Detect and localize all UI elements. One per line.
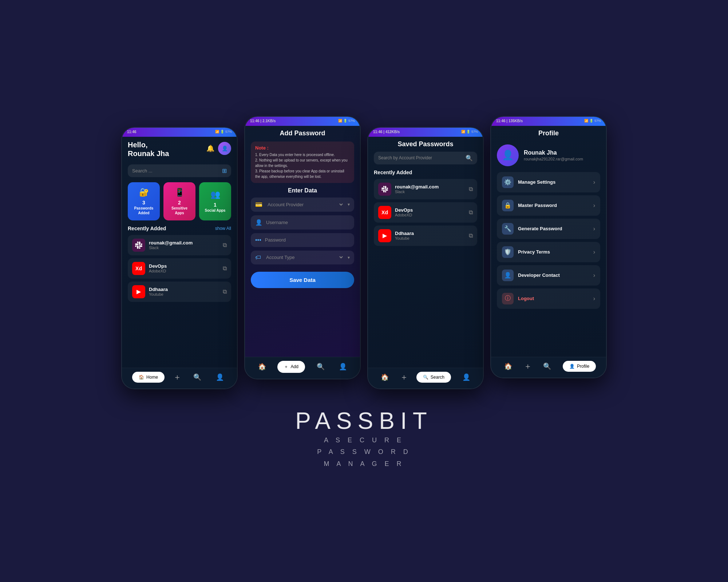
bell-icon[interactable]: 🔔	[206, 144, 214, 152]
username-input[interactable]	[266, 220, 350, 225]
shield-icon: 🛡️	[502, 246, 514, 258]
copy-slack-btn[interactable]: ⧉	[223, 242, 227, 248]
adobe-account: DevOps	[149, 263, 219, 269]
status-time-home: 11:46	[127, 130, 136, 134]
profile-nav-saved-btn[interactable]: 👤	[459, 372, 473, 383]
home-search-input[interactable]	[132, 168, 219, 174]
type-dropdown-arrow: ▾	[348, 255, 350, 260]
profile-name: Rounak Jha	[524, 150, 583, 156]
menu-developer-contact[interactable]: 👤 Developer Contact ›	[497, 265, 600, 286]
status-bar-profile: 11:46 | 135KB/s 📶🔋57%	[491, 117, 606, 126]
master-password-label: Master Password	[518, 203, 589, 208]
privacy-terms-label: Privacy Terms	[518, 249, 589, 255]
search-nav-add-btn[interactable]: 🔍	[314, 361, 328, 372]
privacy-arrow-icon: ›	[593, 249, 595, 255]
copy-youtube-btn[interactable]: ⧉	[223, 288, 227, 295]
password-item-adobe: Xd DevOps AdobeXD ⧉	[128, 258, 231, 279]
search-nav-saved-btn[interactable]: 🔍 Search	[416, 372, 451, 383]
search-nav-profile-btn[interactable]: 🔍	[540, 361, 554, 372]
youtube-logo: ▶	[132, 285, 145, 298]
status-bar-saved: 11:46 | 412KB/s 📶🔋57%	[368, 128, 483, 137]
show-all-link[interactable]: show All	[215, 226, 231, 231]
profile-nav-active-btn[interactable]: 👤 Profile	[563, 361, 596, 372]
enter-data-title: Enter Data	[245, 187, 360, 194]
master-pw-arrow-icon: ›	[593, 202, 595, 209]
copy-saved-youtube-btn[interactable]: ⧉	[469, 232, 473, 239]
menu-generate-password[interactable]: 🔧 Generate Password ›	[497, 219, 600, 239]
slack-info: rounak@gmail.com Slack	[149, 240, 219, 250]
saved-youtube-item: ▶ Ddhaara Youtube ⧉	[374, 226, 477, 246]
menu-manage-settings[interactable]: ⚙️ Manage Settings ›	[497, 172, 600, 192]
copy-saved-slack-btn[interactable]: ⧉	[469, 186, 473, 192]
copy-adobe-btn[interactable]: ⧉	[223, 265, 227, 272]
profile-title: Profile	[491, 126, 606, 141]
app-branding: PASSBIT A S E C U R E P A S S W O R D M …	[295, 407, 433, 470]
home-nav-btn[interactable]: 🏠 Home	[132, 372, 165, 383]
developer-arrow-icon: ›	[593, 272, 595, 279]
saved-adobe-item: Xd DevOps AdobeXD ⧉	[374, 202, 477, 223]
account-provider-select[interactable]: Account Provider	[266, 202, 344, 208]
logout-label: Logout	[518, 296, 589, 301]
adobe-logo: Xd	[132, 262, 145, 275]
generate-password-label: Generate Password	[518, 226, 589, 231]
home-greeting: Hello,Rounak Jha	[128, 140, 169, 158]
password-input[interactable]	[265, 237, 350, 243]
stat-social[interactable]: 👥 1 Social Apps	[199, 182, 231, 220]
stat-passwords[interactable]: 🔐 3 Passwords Added	[128, 182, 160, 220]
username-field: 👤	[251, 215, 354, 230]
saved-youtube-logo: ▶	[378, 229, 391, 242]
adobe-app: AdobeXD	[149, 269, 219, 273]
sensitive-icon: 📱	[175, 187, 185, 198]
search-icon: ⊞	[222, 167, 227, 174]
menu-master-password[interactable]: 🔒 Master Password ›	[497, 195, 600, 216]
stats-row: 🔐 3 Passwords Added 📱 2 Sensitive Apps 👥…	[122, 182, 237, 226]
saved-slack-info: rounak@gmail.com Slack	[395, 184, 465, 194]
passwords-icon: 🔐	[139, 187, 149, 198]
home-screen: 11:46 📶 🔋 57% Hello,Rounak Jha 🔔 👤	[122, 128, 237, 368]
provider-field: 💳 Account Provider ▾	[251, 198, 354, 212]
password-item-youtube: ▶ Ddhaara Youtube ⧉	[128, 282, 231, 302]
saved-slack-item: rounak@gmail.com Slack ⧉	[374, 179, 477, 199]
phones-container: 11:46 📶 🔋 57% Hello,Rounak Jha 🔔 👤	[121, 127, 607, 389]
menu-privacy-terms[interactable]: 🛡️ Privacy Terms ›	[497, 242, 600, 262]
add-nav-active-btn[interactable]: ＋ Add	[277, 361, 305, 373]
saved-youtube-account: Ddhaara	[395, 231, 465, 236]
password-field: •••	[251, 233, 354, 247]
status-icons-home: 📶 🔋 57%	[215, 130, 232, 133]
copy-saved-adobe-btn[interactable]: ⧉	[469, 209, 473, 216]
note-text: 1. Every Data you enter here is processe…	[255, 152, 350, 179]
save-data-btn[interactable]: Save Data	[251, 272, 354, 288]
profile-nav-add-btn[interactable]: 👤	[336, 361, 350, 372]
saved-slack-account: rounak@gmail.com	[395, 184, 465, 190]
status-time-profile: 11:46 | 135KB/s	[496, 119, 523, 123]
home-nav-saved-btn[interactable]: 🏠	[378, 372, 392, 383]
profile-nav-btn[interactable]: 👤	[213, 372, 227, 383]
adobe-info: DevOps AdobeXD	[149, 263, 219, 273]
account-type-select[interactable]: Account Type	[265, 254, 344, 260]
status-icons-saved: 📶🔋57%	[461, 130, 478, 133]
search-provider-input[interactable]	[378, 155, 463, 160]
social-icon: 👥	[210, 190, 220, 200]
saved-youtube-info: Ddhaara Youtube	[395, 231, 465, 240]
home-nav-profile-btn[interactable]: 🏠	[501, 361, 515, 372]
provider-dropdown-arrow: ▾	[348, 202, 350, 207]
user-icon: 👤	[255, 219, 262, 226]
home-nav-add-btn[interactable]: 🏠	[255, 361, 269, 372]
avatar[interactable]: 👤	[218, 142, 231, 155]
stat-sensitive[interactable]: 📱 2 Sensitive Apps	[163, 182, 195, 220]
search-nav-btn[interactable]: 🔍	[190, 372, 204, 383]
saved-bottom-nav: 🏠 ＋ 🔍 Search 👤	[368, 368, 483, 388]
home-icons-right: 🔔 👤	[206, 142, 231, 155]
add-nav-profile-btn[interactable]: ＋	[524, 361, 532, 372]
logout-icon: ⓘ	[502, 293, 514, 304]
settings-arrow-icon: ›	[593, 179, 595, 186]
slack-logo	[132, 239, 145, 252]
saved-adobe-logo: Xd	[378, 206, 391, 219]
account-type-field: 🏷 Account Type ▾	[251, 251, 354, 264]
add-nav-saved-btn[interactable]: ＋	[400, 372, 408, 383]
tag-icon: 🏷	[255, 254, 261, 261]
status-time-add: 11:46 | 2.1KB/s	[250, 119, 276, 123]
add-nav-btn[interactable]: ＋	[173, 372, 181, 383]
menu-logout[interactable]: ⓘ Logout ›	[497, 288, 600, 309]
saved-adobe-app: AdobeXD	[395, 213, 465, 217]
